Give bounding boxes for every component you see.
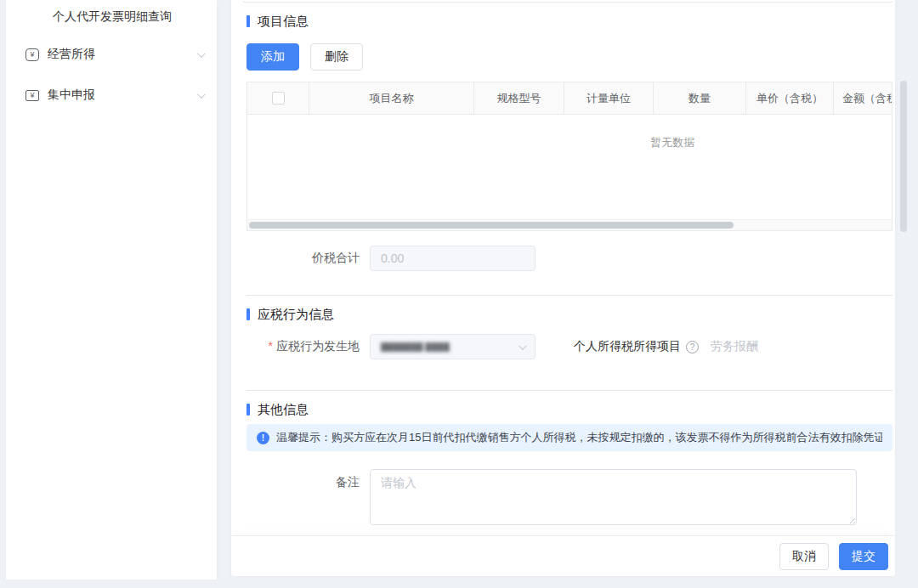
income-item-label: 个人所得税所得项目 — [574, 339, 681, 354]
col-amount-tax: 金额（含税） — [834, 82, 892, 114]
add-button[interactable]: 添加 — [246, 43, 299, 71]
col-unit-price-tax: 单价（含税） — [746, 82, 834, 114]
table-horizontal-scrollbar — [247, 219, 892, 230]
remark-label: 备注 — [246, 475, 360, 490]
chevron-down-icon — [518, 342, 527, 350]
items-table: 项目名称 规格型号 计量单位 数量 单价（含税） 金额（含税） 暂无数据 — [246, 82, 892, 231]
section-accent-bar — [246, 308, 250, 320]
notice-banner: ! 温馨提示：购买方应在次月15日前代扣代缴销售方个人所得税，未按规定扣缴的，该… — [246, 424, 892, 451]
cancel-button[interactable]: 取消 — [779, 543, 829, 570]
section-title-text: 项目信息 — [258, 14, 309, 30]
section-title-text: 其他信息 — [258, 402, 309, 418]
sidebar-item-label: 经营所得 — [48, 47, 197, 62]
col-quantity: 数量 — [654, 82, 746, 114]
section-title-project-info: 项目信息 — [246, 12, 895, 31]
section-title-other-info: 其他信息 — [246, 400, 895, 419]
taxable-location-select: ███████ ████ — [370, 334, 536, 359]
section-divider — [246, 390, 892, 391]
horizontal-scrollbar-thumb[interactable] — [249, 222, 734, 229]
yuan-badge-icon: ¥ — [26, 48, 39, 61]
section-accent-bar — [246, 404, 250, 416]
chevron-down-icon — [197, 90, 206, 99]
form-footer: 取消 提交 — [231, 535, 895, 576]
question-circle-icon[interactable]: ? — [686, 341, 699, 353]
masked-location-value: ███████ ████ — [381, 342, 450, 352]
section-title-taxable-behavior: 应税行为信息 — [246, 305, 895, 324]
chevron-down-icon — [197, 49, 206, 58]
taxable-location-label: 应税行为发生地 — [246, 339, 360, 354]
col-spec-model: 规格型号 — [474, 82, 564, 114]
sidebar-item-label: 集中申报 — [48, 88, 197, 103]
col-unit: 计量单位 — [564, 82, 654, 114]
notice-text: 温馨提示：购买方应在次月15日前代扣代缴销售方个人所得税，未按规定扣缴的，该发票… — [276, 430, 882, 445]
page-vertical-scrollbar-thumb[interactable] — [900, 81, 907, 232]
section-divider — [243, 2, 892, 3]
sidebar-item-business-income[interactable]: ¥ 经营所得 — [6, 37, 217, 71]
sidebar-item-centralized-filing[interactable]: ¥ 集中申报 — [6, 78, 217, 112]
select-all-checkbox[interactable] — [272, 92, 285, 105]
items-table-header: 项目名称 规格型号 计量单位 数量 单价（含税） 金额（含税） — [247, 82, 892, 115]
total-amount-input — [370, 246, 536, 271]
form-panel: 项目信息 添加 删除 项目名称 规格型号 计量单位 数量 单价（含税） 金额（含… — [231, 0, 895, 576]
sidebar: 个人代开发票明细查询 ¥ 经营所得 ¥ 集中申报 — [6, 0, 217, 580]
section-divider — [246, 295, 892, 296]
col-item-name: 项目名称 — [309, 82, 474, 114]
income-item-value: 劳务报酬 — [711, 339, 758, 354]
items-table-body: 暂无数据 — [247, 115, 892, 219]
delete-button[interactable]: 删除 — [310, 43, 363, 71]
empty-state-text: 暂无数据 — [650, 135, 694, 150]
info-circle-icon: ! — [257, 432, 269, 444]
sidebar-item-invoice-detail-query[interactable]: 个人代开发票明细查询 — [6, 2, 217, 31]
total-amount-label: 价税合计 — [246, 251, 360, 266]
select-all-cell — [247, 82, 309, 114]
submit-button[interactable]: 提交 — [839, 543, 888, 570]
section-title-text: 应税行为信息 — [258, 307, 334, 323]
section-accent-bar — [246, 15, 250, 27]
yuan-card-icon: ¥ — [26, 90, 39, 101]
remark-textarea[interactable] — [370, 469, 857, 525]
